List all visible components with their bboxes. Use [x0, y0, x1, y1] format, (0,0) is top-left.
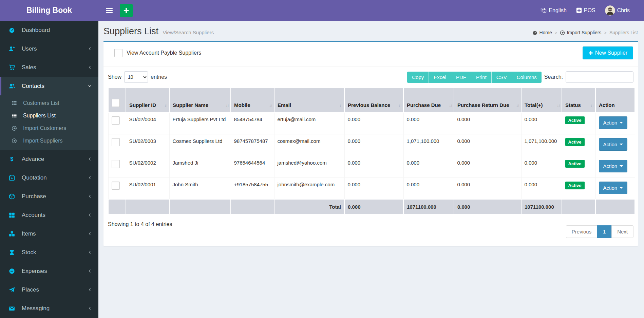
row-checkbox[interactable] — [112, 138, 120, 146]
new-supplier-button[interactable]: New Supplier — [583, 46, 633, 59]
status-badge: Active — [565, 138, 585, 146]
action-dropdown-button[interactable]: Action — [599, 138, 628, 151]
select-all-checkbox[interactable] — [112, 99, 120, 107]
export-button[interactable]: PDF — [451, 72, 471, 83]
content-header: Suppliers List View/Search Suppliers Hom… — [98, 21, 644, 40]
total-empty-cell — [595, 199, 635, 214]
grid-icon — [9, 212, 17, 218]
top-navbar: Billing Book A English — [0, 0, 644, 21]
row-checkbox[interactable] — [112, 182, 120, 190]
column-header-purchase-return-due[interactable]: Purchase Return Due↓↑ — [454, 88, 521, 112]
action-dropdown-button[interactable]: Action — [599, 116, 628, 129]
sidebar-item-label: Stock — [22, 249, 88, 256]
email-cell: johnsmith@example.com — [274, 177, 344, 199]
sidebar-item-import-customers[interactable]: Import Customers — [0, 122, 98, 134]
row-select-cell — [108, 112, 126, 134]
show-label: Show — [108, 74, 121, 80]
sort-icon: ↓↑ — [516, 103, 519, 108]
supplier-id-cell: SU/02/0003 — [126, 134, 169, 156]
action-label: Action — [603, 142, 618, 147]
brand-title: Billing Book — [26, 6, 72, 15]
column-header-supplier-name[interactable]: Supplier Name↓↑ — [169, 88, 231, 112]
language-menu[interactable]: A English — [536, 0, 571, 21]
sidebar-item-accounts[interactable]: Accounts — [0, 206, 98, 224]
total-total-cell: 1071100.000 — [521, 199, 562, 214]
sidebar-toggle-button[interactable] — [103, 4, 115, 17]
sidebar-item-label: Places — [22, 286, 88, 293]
view-payable-suppliers-checkbox[interactable] — [114, 49, 122, 57]
sidebar-item-quotation[interactable]: Quotation — [0, 168, 98, 187]
table-header-row: Supplier ID↓↑ Supplier Name↓↑ Mobile↓↑ E… — [108, 88, 635, 112]
sidebar-item-advance[interactable]: $ Advance — [0, 150, 98, 168]
row-checkbox[interactable] — [112, 160, 120, 168]
status-badge: Active — [565, 182, 585, 189]
sidebar-item-label: Users — [22, 45, 88, 52]
sidebar-item-places[interactable]: Places — [0, 280, 98, 299]
calendar-plus-icon — [9, 175, 17, 181]
status-badge: Active — [565, 160, 585, 168]
export-button[interactable]: CSV — [491, 72, 512, 83]
export-button[interactable]: Columns — [512, 72, 542, 83]
sidebar-item-items[interactable]: Items — [0, 224, 98, 243]
export-button[interactable]: Excel — [429, 72, 451, 83]
action-dropdown-button[interactable]: Action — [599, 160, 628, 172]
export-button[interactable]: Copy — [407, 72, 429, 83]
breadcrumb-home[interactable]: Home — [532, 30, 552, 35]
total-empty-cell — [562, 199, 595, 214]
sidebar-item-dashboard[interactable]: Dashboard — [0, 21, 98, 39]
sidebar-item-contacts[interactable]: Contacts — [0, 77, 98, 95]
total-cell: 1,071,100.000 — [521, 134, 562, 156]
search-label: Search: — [544, 74, 563, 80]
table-total-row: Total 0.000 1071100.000 0.000 1071100.00… — [108, 199, 635, 214]
sort-icon: ↓↑ — [398, 103, 401, 108]
search-input[interactable] — [566, 71, 633, 83]
supplier-name-cell: John Smith — [169, 177, 231, 199]
column-header-email[interactable]: Email↓↑ — [274, 88, 344, 112]
chevron-left-icon — [88, 46, 92, 51]
chevron-left-icon — [88, 231, 92, 236]
row-checkbox[interactable] — [112, 116, 120, 125]
purchase-return-due-cell: 0.000 — [454, 177, 521, 199]
column-header-supplier-id[interactable]: Supplier ID↓↑ — [126, 88, 169, 112]
column-header-purchase-due[interactable]: Purchase Due↓↑ — [403, 88, 454, 112]
sidebar-item-sales[interactable]: Sales — [0, 58, 98, 77]
sidebar-item-stock[interactable]: Stock — [0, 243, 98, 262]
breadcrumb-home-label: Home — [539, 30, 552, 35]
sidebar-item-label: Quotation — [22, 174, 88, 181]
sidebar-item-label: Messaging — [22, 305, 88, 312]
column-header-previous-balance[interactable]: Previous Balance↓↑ — [344, 88, 403, 112]
plus-icon — [123, 7, 129, 14]
user-plus-icon — [9, 46, 17, 52]
user-menu[interactable]: Chris — [600, 0, 634, 21]
breadcrumb-import-suppliers[interactable]: Import Suppliers — [560, 30, 601, 35]
sidebar-item-users[interactable]: Users — [0, 39, 98, 58]
action-dropdown-button[interactable]: Action — [599, 182, 628, 194]
sidebar-item-import-suppliers[interactable]: Import Suppliers — [0, 134, 98, 147]
sidebar-item-customers-list[interactable]: Customers List — [0, 97, 98, 109]
sidebar-item-purchase[interactable]: Purchase — [0, 187, 98, 206]
total-label-cell: Total — [274, 199, 344, 214]
column-header-status[interactable]: Status↓↑ — [562, 88, 595, 112]
home-dashboard-icon — [532, 30, 537, 35]
arrow-circle-icon — [560, 30, 565, 35]
export-button-group: Copy Excel PDF Print CSV Columns — [407, 72, 542, 83]
brand-logo[interactable]: Billing Book — [0, 0, 98, 21]
sidebar-item-messaging[interactable]: Messaging — [0, 299, 98, 318]
page-size-select[interactable]: 10 — [124, 71, 148, 83]
column-header-total[interactable]: Total(+)↓↑ — [521, 88, 562, 112]
email-cell: jamshed@yahoo.com — [274, 156, 344, 177]
sort-icon: ↓↑ — [557, 103, 560, 108]
export-button[interactable]: Print — [471, 72, 491, 83]
sidebar-item-suppliers-list[interactable]: Suppliers List — [0, 109, 98, 122]
column-header-mobile[interactable]: Mobile↓↑ — [231, 88, 274, 112]
chevron-left-icon — [88, 213, 92, 218]
purchase-return-due-cell: 0.000 — [454, 156, 521, 177]
purchase-due-cell: 0.000 — [403, 112, 454, 134]
pos-menu[interactable]: POS — [571, 0, 600, 21]
pagination-page-1-button[interactable]: 1 — [597, 225, 612, 238]
pagination-next-button[interactable]: Next — [611, 225, 633, 238]
pagination-previous-button[interactable]: Previous — [566, 225, 597, 238]
cube-icon — [9, 193, 17, 200]
quick-add-button[interactable] — [120, 4, 133, 17]
sidebar-item-expenses[interactable]: Expenses — [0, 262, 98, 280]
